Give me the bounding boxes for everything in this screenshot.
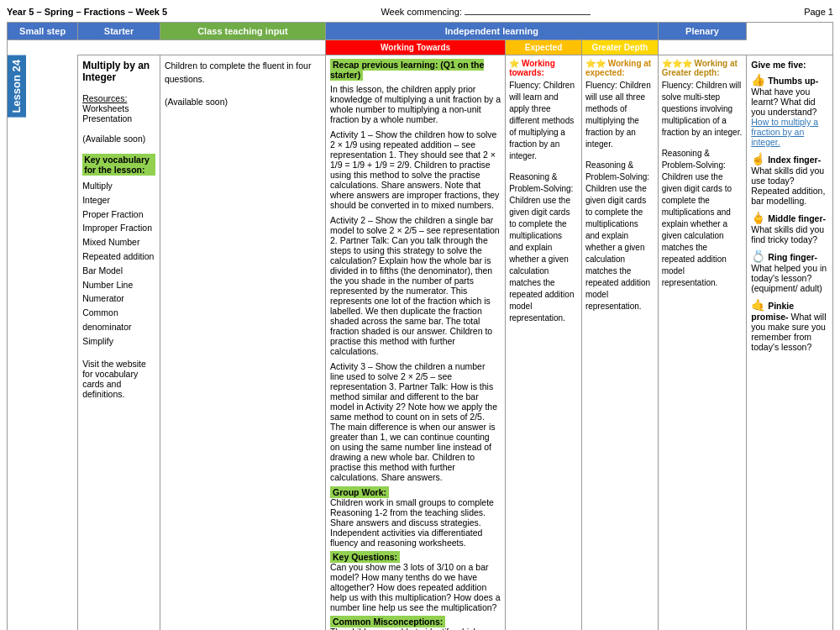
independent-header: Independent learning (326, 23, 659, 40)
teaching-header: Class teaching input (160, 23, 325, 40)
visit-text: Visit the website for vocabulary cards a… (82, 359, 155, 399)
starter-content: Children to complete the fluent in four … (160, 55, 325, 631)
greater-depth-header: Greater Depth (581, 40, 658, 55)
resources-label: Resources: (82, 93, 155, 103)
vocab-list: Multiply Integer Proper Fraction Imprope… (82, 179, 155, 349)
plenary-content: Give me five: 👍 Thumbs up- What have you… (747, 55, 833, 631)
plenary-header: Plenary (658, 23, 747, 40)
page-title-left: Year 5 – Spring – Fractions – Week 5 (7, 7, 167, 17)
working-towards-header: Working Towards (326, 40, 506, 55)
working-towards-content: ⭐ Working towards: Fluency: Children wil… (506, 55, 582, 631)
key-questions-label: Key Questions: (330, 551, 400, 563)
resource-presentation: Presentation (82, 113, 155, 123)
starter-header: Starter (78, 23, 160, 40)
teaching-intro: In this lesson, the children apply prior… (330, 84, 501, 124)
key-questions-text: Can you show me 3 lots of 3/10 on a bar … (330, 562, 501, 612)
small-step-header: Small step (8, 23, 78, 40)
misconceptions-label: Common Misconceptions: (330, 616, 445, 627)
resource-worksheets: Worksheets (82, 103, 155, 113)
teaching-content: Recap previous learning: (Q1 on the star… (326, 55, 506, 631)
group-work-text: Children work in small groups to complet… (330, 497, 494, 548)
small-step-content: Multiply by an Integer Resources: Worksh… (78, 55, 160, 631)
expected-header: Expected (506, 40, 582, 55)
page-number: Page 1 (804, 7, 833, 17)
activity1: Activity 1 – Show the children how to so… (330, 129, 501, 210)
expected-content: ⭐⭐ Working at expected: Fluency: Childre… (581, 55, 658, 631)
activity2: Activity 2 – Show the children a single … (330, 215, 501, 356)
recap-label: Recap previous learning: (Q1 on the star… (330, 59, 484, 81)
greater-depth-content: ⭐⭐⭐ Working at Greater depth: Fluency: C… (658, 55, 747, 631)
misconception1: The children are able to identify which … (330, 627, 494, 630)
key-vocab-label: Key vocabulary for the lesson: (82, 154, 155, 176)
week-commencing: Week commencing: (167, 7, 804, 17)
activity3: Activity 3 – Show the children a number … (330, 361, 501, 482)
available-text: (Available soon) (82, 134, 155, 144)
group-work-label: Group Work: (330, 486, 389, 498)
lesson-number: Lesson 24 (8, 55, 26, 118)
small-step-title: Multiply by an Integer (82, 60, 155, 83)
how-to-multiply-link[interactable]: How to multiply a fraction by an integer… (751, 117, 828, 147)
